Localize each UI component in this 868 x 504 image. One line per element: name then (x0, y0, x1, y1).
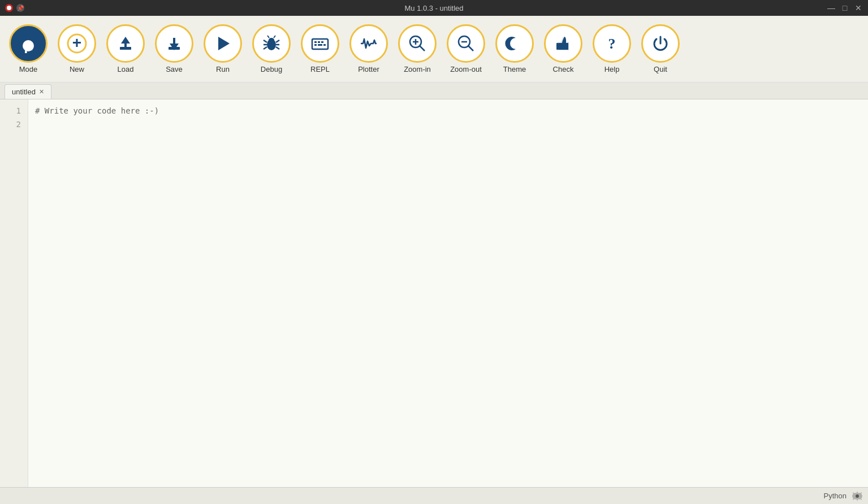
editor-line-2 (35, 118, 861, 131)
zoom-in-icon (398, 24, 437, 63)
line-number-2: 2 (0, 118, 28, 131)
check-icon (544, 24, 582, 63)
svg-text:μ: μ (24, 37, 33, 54)
new-label: New (70, 65, 84, 73)
svg-text:📌: 📌 (17, 5, 24, 12)
line-numbers: 1 2 (0, 99, 28, 487)
svg-rect-8 (120, 47, 131, 50)
svg-point-40 (856, 494, 859, 497)
load-icon (106, 24, 145, 63)
app-icon (5, 3, 14, 12)
svg-line-35 (468, 46, 473, 51)
zoom-out-icon (447, 24, 485, 63)
quit-icon (641, 24, 680, 63)
debug-icon (252, 24, 291, 63)
editor-area: 1 2 # Write your code here :-) (0, 99, 868, 487)
help-label: Help (604, 65, 620, 73)
zoom-in-label: Zoom-in (404, 65, 431, 73)
window-title: Mu 1.0.3 - untitled (404, 4, 463, 12)
pin-icon: 📌 (16, 3, 25, 12)
mode-label: Mode (19, 65, 38, 73)
repl-label: REPL (310, 65, 330, 73)
theme-button[interactable]: Theme (491, 22, 538, 76)
editor-content[interactable]: # Write your code here :-) (28, 99, 868, 487)
theme-label: Theme (503, 65, 526, 73)
language-label: Python (824, 492, 847, 500)
maximize-button[interactable]: □ (840, 3, 850, 13)
quit-button[interactable]: Quit (637, 22, 684, 76)
editor-line-1: # Write your code here :-) (35, 104, 861, 118)
plotter-button[interactable]: Plotter (345, 22, 392, 76)
help-button[interactable]: ? Help (588, 22, 636, 76)
line-number-1: 1 (0, 104, 28, 118)
title-bar-left: 📌 (5, 3, 25, 12)
status-bar: Python (0, 487, 868, 504)
svg-point-1 (7, 6, 11, 10)
tab-bar: untitled ✕ (0, 82, 868, 99)
new-icon: + (58, 24, 96, 63)
tab-close-button[interactable]: ✕ (39, 89, 44, 95)
run-button[interactable]: Run (199, 22, 247, 76)
title-bar: 📌 Mu 1.0.3 - untitled ― □ ✕ (0, 0, 868, 16)
close-button[interactable]: ✕ (853, 3, 863, 13)
save-icon (155, 24, 193, 63)
run-label: Run (216, 65, 230, 73)
svg-marker-9 (121, 37, 130, 47)
toolbar: μ Mode + New Load (0, 16, 868, 82)
svg-line-22 (274, 36, 275, 38)
svg-rect-24 (314, 41, 317, 43)
svg-line-18 (276, 40, 279, 42)
load-label: Load (118, 65, 134, 73)
check-button[interactable]: Check (539, 22, 587, 76)
repl-button[interactable]: REPL (296, 22, 344, 76)
settings-button[interactable] (851, 490, 863, 502)
mode-button[interactable]: μ Mode (5, 22, 52, 76)
svg-text:+: + (72, 34, 81, 51)
svg-line-15 (264, 40, 267, 42)
debug-label: Debug (261, 65, 282, 73)
tab-untitled[interactable]: untitled ✕ (5, 84, 51, 99)
run-icon (204, 24, 242, 63)
plotter-icon (349, 24, 388, 63)
debug-button[interactable]: Debug (248, 22, 295, 76)
svg-rect-26 (321, 41, 323, 43)
svg-line-21 (267, 36, 269, 38)
svg-rect-25 (318, 41, 320, 43)
repl-icon (301, 24, 339, 63)
svg-marker-12 (218, 37, 230, 50)
svg-text:?: ? (608, 36, 616, 52)
svg-point-14 (269, 38, 274, 42)
save-button[interactable]: Save (150, 22, 198, 76)
new-button[interactable]: + New (53, 22, 101, 76)
window-controls[interactable]: ― □ ✕ (826, 3, 863, 13)
quit-label: Quit (654, 65, 667, 73)
svg-line-17 (264, 47, 267, 49)
tab-label: untitled (12, 88, 36, 96)
minimize-button[interactable]: ― (826, 3, 836, 13)
svg-line-20 (276, 47, 279, 49)
svg-rect-37 (556, 43, 559, 50)
svg-line-31 (420, 46, 425, 51)
mode-icon: μ (9, 24, 47, 63)
zoom-in-button[interactable]: Zoom-in (394, 22, 441, 76)
help-icon: ? (593, 24, 631, 63)
gear-icon (852, 491, 862, 501)
zoom-out-label: Zoom-out (450, 65, 482, 73)
save-label: Save (166, 65, 183, 73)
zoom-out-button[interactable]: Zoom-out (442, 22, 490, 76)
svg-rect-27 (314, 44, 317, 46)
svg-rect-28 (318, 44, 322, 46)
plotter-label: Plotter (358, 65, 379, 73)
svg-rect-29 (323, 44, 326, 46)
check-label: Check (553, 65, 574, 73)
theme-icon (495, 24, 534, 63)
load-button[interactable]: Load (102, 22, 149, 76)
